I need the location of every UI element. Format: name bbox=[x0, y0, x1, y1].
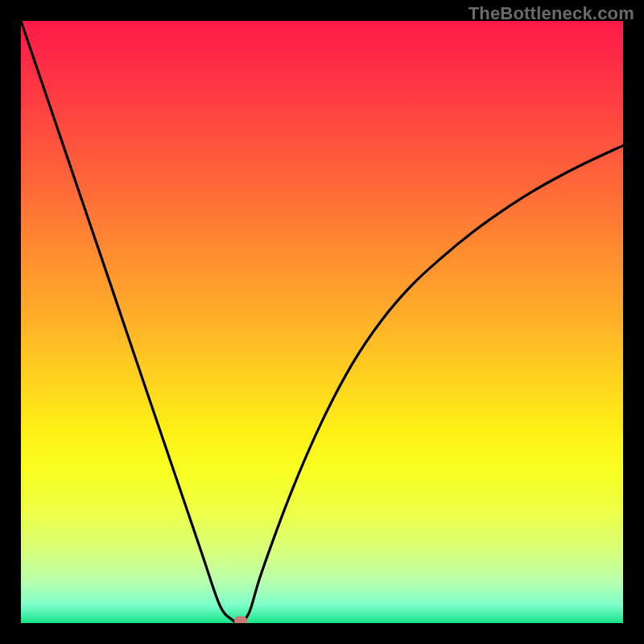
watermark-text: TheBottleneck.com bbox=[469, 3, 634, 24]
plot-area bbox=[21, 21, 623, 623]
chart-frame: TheBottleneck.com bbox=[0, 0, 644, 644]
bottleneck-curve bbox=[21, 21, 623, 623]
curve-path bbox=[21, 21, 623, 623]
optimum-marker bbox=[234, 617, 247, 624]
